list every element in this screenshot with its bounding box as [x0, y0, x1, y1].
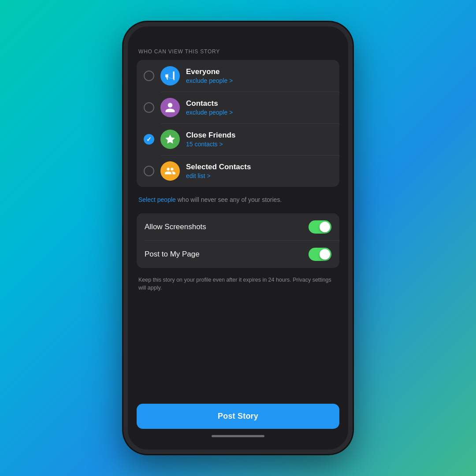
option-subtitle-contacts[interactable]: exclude people >: [186, 109, 332, 116]
option-text-selected-contacts: Selected Contacts edit list >: [186, 163, 332, 179]
group-icon: [164, 165, 176, 177]
option-title-everyone: Everyone: [186, 67, 332, 76]
option-text-close-friends: Close Friends 15 contacts >: [186, 131, 332, 148]
phone-frame: WHO CAN VIEW THIS STORY Everyone exclude…: [123, 22, 353, 454]
toggle-post-to-page-switch[interactable]: [309, 248, 331, 261]
audience-options-card: Everyone exclude people > Contacts exclu…: [137, 60, 339, 187]
helper-text: Select people who will never see any of …: [138, 196, 338, 205]
helper-link[interactable]: Select people: [138, 196, 176, 203]
toggles-card: Allow Screenshots Post to My Page: [137, 213, 339, 268]
toggle-allow-screenshots[interactable]: Allow Screenshots: [137, 213, 339, 241]
toggle-post-to-page-label: Post to My Page: [145, 250, 200, 259]
option-title-selected-contacts: Selected Contacts: [186, 163, 332, 171]
option-subtitle-close-friends[interactable]: 15 contacts >: [186, 141, 332, 148]
option-contacts[interactable]: Contacts exclude people >: [137, 92, 339, 123]
icon-contacts: [160, 98, 180, 117]
spacer: [137, 301, 339, 404]
toggle-allow-screenshots-label: Allow Screenshots: [145, 223, 206, 231]
megaphone-icon: [164, 70, 176, 82]
person-icon: [164, 102, 176, 113]
radio-selected-contacts[interactable]: [144, 166, 154, 176]
radio-contacts[interactable]: [144, 102, 154, 113]
icon-everyone: [160, 66, 180, 86]
toggle-description: Keep this story on your profile even aft…: [138, 276, 338, 293]
toggle-allow-screenshots-switch[interactable]: [309, 220, 331, 234]
option-close-friends[interactable]: Close Friends 15 contacts >: [137, 123, 339, 155]
toggle-post-to-page[interactable]: Post to My Page: [137, 241, 339, 268]
option-text-everyone: Everyone exclude people >: [186, 67, 332, 84]
radio-close-friends[interactable]: [144, 134, 154, 145]
post-story-button[interactable]: Post Story: [137, 404, 339, 429]
option-title-close-friends: Close Friends: [186, 131, 332, 140]
star-icon: [164, 134, 176, 145]
option-everyone[interactable]: Everyone exclude people >: [137, 60, 339, 92]
section-header: WHO CAN VIEW THIS STORY: [137, 48, 339, 55]
icon-close-friends: [160, 130, 180, 149]
option-title-contacts: Contacts: [186, 99, 332, 108]
option-subtitle-selected-contacts[interactable]: edit list >: [186, 172, 332, 179]
option-selected-contacts[interactable]: Selected Contacts edit list >: [137, 155, 339, 187]
phone-notch: [209, 26, 267, 39]
radio-everyone[interactable]: [144, 71, 154, 81]
helper-rest: who will never see any of your stories.: [176, 196, 282, 203]
home-indicator: [212, 435, 264, 437]
option-subtitle-everyone[interactable]: exclude people >: [186, 77, 332, 84]
phone-content: WHO CAN VIEW THIS STORY Everyone exclude…: [128, 26, 348, 450]
option-text-contacts: Contacts exclude people >: [186, 99, 332, 116]
icon-selected-contacts: [160, 161, 180, 181]
